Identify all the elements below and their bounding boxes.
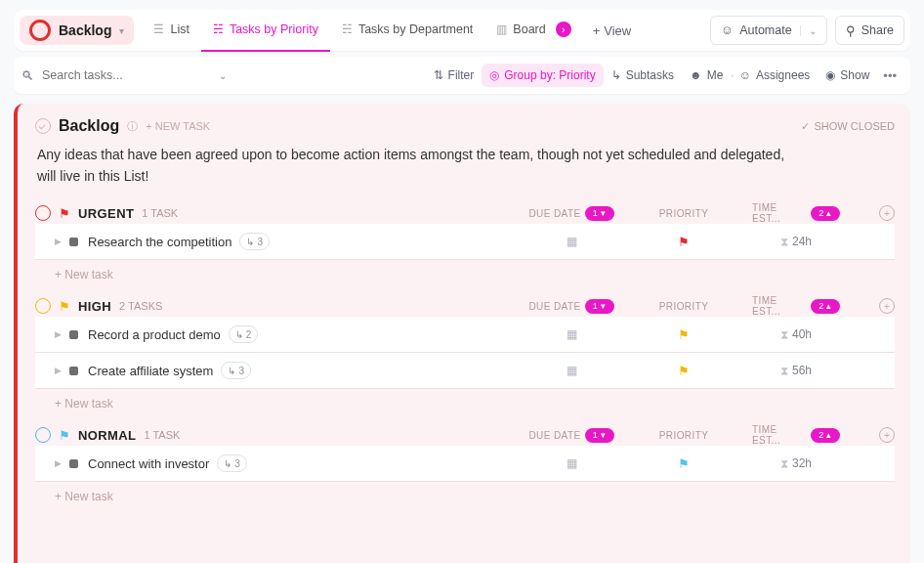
col-due-date[interactable]: DUE DATE 1 ▾ (527, 299, 615, 314)
due-date-cell[interactable]: ▦ (527, 364, 615, 377)
estimate-cell[interactable]: ⧗32h (752, 456, 840, 470)
list-icon: ☵ (213, 22, 224, 36)
priority-cell[interactable]: ⚑ (654, 327, 713, 342)
share-button[interactable]: ⚲ Share (835, 16, 904, 45)
task-name: Connect with investor (88, 456, 209, 471)
estimate-cell[interactable]: ⧗24h (752, 235, 840, 248)
subtask-pill[interactable]: ↳3 (239, 233, 270, 250)
collapse-ring-icon[interactable] (35, 427, 51, 443)
me-label: Me (707, 68, 724, 82)
view-tasks-by-priority[interactable]: ☵ Tasks by Priority (201, 9, 330, 52)
flag-icon: ⚑ (678, 364, 690, 378)
group-name: NORMAL (78, 428, 136, 443)
new-task-row[interactable]: + New task (55, 397, 895, 411)
view-tasks-by-department[interactable]: ☵ Tasks by Department (330, 9, 484, 52)
task-row[interactable]: ▶Connect with investor↳3▦⚑⧗32h (35, 446, 895, 482)
add-column-button[interactable]: + (879, 298, 895, 314)
col-due-date[interactable]: DUE DATE 1 ▾ (527, 428, 615, 443)
new-task-row[interactable]: + New task (55, 268, 895, 282)
group-count: 1 TASK (144, 429, 180, 441)
estimate-cell[interactable]: ⧗56h (752, 364, 840, 377)
section-description: Any ideas that have been agreed upon to … (37, 145, 799, 187)
chevron-down-icon: ⌄ (800, 25, 817, 36)
expand-icon[interactable]: ▶ (55, 366, 62, 375)
col-priority[interactable]: PRIORITY (654, 301, 713, 312)
person-icon: ☻ (690, 68, 702, 82)
subtask-pill[interactable]: ↳3 (221, 362, 251, 379)
subtasks-button[interactable]: ↳ Subtasks (604, 68, 682, 82)
task-row[interactable]: ▶Record a product demo↳2▦⚑⧗40h (35, 317, 895, 353)
due-date-cell[interactable]: ▦ (527, 235, 615, 248)
col-time-estimate[interactable]: TIME EST... 2 ▴ (752, 295, 840, 317)
subtask-pill[interactable]: ↳2 (229, 325, 259, 343)
search-input[interactable] (40, 67, 161, 83)
expand-icon[interactable]: ▶ (55, 329, 62, 339)
view-label: List (170, 22, 189, 36)
group-count: 2 TASKS (119, 300, 162, 312)
view-list[interactable]: ☰ List (142, 9, 200, 52)
task-row[interactable]: ▶Create affiliate system↳3▦⚑⧗56h (35, 353, 895, 389)
list-title: Backlog (59, 22, 111, 38)
estimate-cell[interactable]: ⧗40h (752, 327, 840, 341)
flag-icon: ⚑ (59, 299, 70, 314)
show-closed-label: SHOW CLOSED (814, 120, 895, 132)
new-task-row[interactable]: + New task (55, 490, 895, 503)
show-button[interactable]: ◉ Show (818, 68, 877, 82)
subtask-icon: ↳ (224, 458, 231, 469)
group-by-chip[interactable]: ◎ Group by: Priority (482, 64, 603, 87)
col-due-date[interactable]: DUE DATE 1 ▾ (527, 206, 615, 221)
filter-button[interactable]: ⇅ Filter (426, 68, 483, 82)
filter-bar: 🔍︎ ⌄ ⇅ Filter ◎ Group by: Priority ↳ Sub… (14, 57, 910, 94)
col-priority[interactable]: PRIORITY (654, 208, 713, 219)
more-icon[interactable]: ••• (877, 68, 903, 83)
chevron-down-icon[interactable]: ⌄ (219, 70, 227, 81)
expand-icon[interactable]: ▶ (55, 237, 62, 246)
view-label: Tasks by Department (358, 22, 473, 36)
add-column-button[interactable]: + (879, 427, 895, 443)
status-square-icon[interactable] (69, 330, 78, 339)
expand-icon[interactable]: ▶ (55, 458, 62, 468)
section-header: Backlog ⓘ + NEW TASK ✓ SHOW CLOSED (35, 117, 895, 135)
me-button[interactable]: ☻ Me (682, 68, 731, 82)
priority-cell[interactable]: ⚑ (654, 364, 713, 378)
view-board[interactable]: ▥ Board › (484, 9, 582, 52)
subtask-icon: ↳ (611, 68, 621, 82)
priority-cell[interactable]: ⚑ (654, 456, 713, 471)
calendar-icon: ▦ (567, 456, 577, 470)
calendar-icon: ▦ (567, 327, 577, 341)
sort-badge: 2 ▴ (811, 428, 840, 443)
top-bar: Backlog ▾ ☰ List ☵ Tasks by Priority ☵ T… (14, 10, 910, 51)
show-closed-button[interactable]: ✓ SHOW CLOSED (801, 120, 895, 133)
info-icon[interactable]: ⓘ (127, 119, 138, 134)
flag-icon: ⚑ (59, 206, 70, 221)
col-time-estimate[interactable]: TIME EST... 2 ▴ (752, 424, 840, 446)
views-tabs: ☰ List ☵ Tasks by Priority ☵ Tasks by De… (142, 10, 641, 51)
col-time-estimate[interactable]: TIME EST... 2 ▴ (752, 202, 840, 224)
group-header: ⚑URGENT1 TASKDUE DATE 1 ▾PRIORITYTIME ES… (35, 202, 895, 224)
assignees-button[interactable]: · ☺ Assignees (731, 68, 818, 82)
calendar-icon: ▦ (567, 364, 577, 377)
collapse-ring-icon[interactable] (35, 298, 51, 314)
status-square-icon[interactable] (69, 459, 78, 468)
hourglass-icon: ⧗ (780, 364, 788, 377)
group-header: ⚑NORMAL1 TASKDUE DATE 1 ▾PRIORITYTIME ES… (35, 424, 895, 446)
subtask-icon: ↳ (235, 329, 243, 340)
priority-cell[interactable]: ⚑ (654, 235, 713, 249)
collapse-ring-icon[interactable] (35, 118, 51, 134)
list-icon: ☵ (342, 22, 353, 36)
col-priority[interactable]: PRIORITY (654, 430, 713, 441)
due-date-cell[interactable]: ▦ (527, 327, 615, 341)
collapse-ring-icon[interactable] (35, 205, 51, 221)
list-title-chip[interactable]: Backlog ▾ (20, 16, 134, 45)
due-date-cell[interactable]: ▦ (527, 456, 615, 470)
automate-button[interactable]: ☺ Automate ⌄ (710, 16, 826, 45)
subtask-icon: ↳ (228, 366, 235, 376)
status-square-icon[interactable] (69, 238, 78, 246)
add-column-button[interactable]: + (879, 205, 895, 221)
add-view-button[interactable]: + View (583, 23, 642, 38)
search-box[interactable]: 🔍︎ ⌄ (21, 67, 227, 83)
task-row[interactable]: ▶Research the competition↳3▦⚑⧗24h (35, 224, 895, 260)
new-task-button[interactable]: + NEW TASK (146, 120, 210, 132)
subtask-pill[interactable]: ↳3 (217, 455, 247, 472)
status-square-icon[interactable] (69, 367, 78, 375)
